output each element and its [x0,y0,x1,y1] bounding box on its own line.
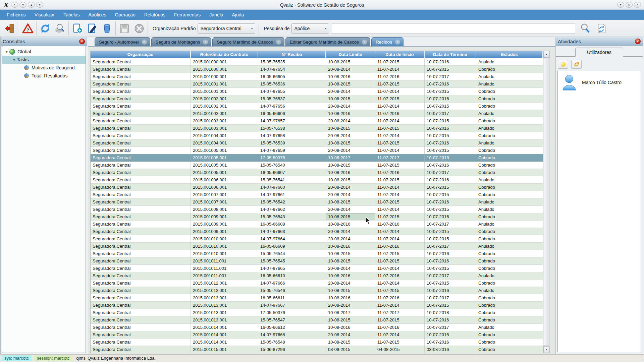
table-row[interactable]: Seguradora Central2015.001013.00116-05-6… [91,294,543,302]
table-row[interactable]: Seguradora Central2015.001002.00116-05-6… [91,110,543,117]
tab-seguro-maritimo-de-cascos[interactable]: Seguro Marítimo de Cascos× [212,37,284,46]
exit-button[interactable] [3,21,18,36]
search-button[interactable] [578,21,593,36]
menu-item-operacao[interactable]: Operação [110,10,140,20]
table-row[interactable]: Seguradora Central2015.001005.00117-05-5… [91,154,543,162]
table-row[interactable]: Seguradora Central2015.001010.00114-07-9… [91,235,543,243]
keep-above-button[interactable]: ▴ [28,2,35,8]
scroll-up-arrow[interactable]: ▴ [543,51,550,58]
table-row[interactable]: Seguradora Central2015.001006.00114-07-9… [91,184,543,191]
table-row[interactable]: Seguradora Central2015.001014.00114-07-9… [91,331,543,339]
menu-item-ajuda[interactable]: Ajuda [228,10,249,20]
table-row[interactable]: Seguradora Central2015.001012.00115-05-7… [91,287,543,294]
tab-seguro-automovel[interactable]: Seguro - Automóvel× [95,37,150,46]
scroll-down-arrow[interactable]: ▾ [543,346,550,353]
table-row[interactable]: Seguradora Central2015.001012.00114-07-9… [91,280,543,287]
table-row[interactable]: Seguradora Central2015.001004.00115-05-7… [91,139,543,147]
table-row[interactable]: Seguradora Central2015.001011.00116-05-6… [91,272,543,280]
table-row[interactable]: Seguradora Central2015.001002.00114-07-9… [91,103,543,110]
menu-item-tabelas[interactable]: Tabelas [59,10,84,20]
tab-editar-seguro-maritimo-de-cascos[interactable]: Editar Seguro Marítimo de Cascos× [285,37,370,46]
table-row[interactable]: Seguradora Central2015.001013.00114-07-9… [91,302,543,309]
consultas-close-button[interactable]: × [79,39,85,44]
table-row[interactable]: Seguradora Central2015.001011.00114-07-9… [91,265,543,272]
search-input[interactable] [332,23,575,34]
maximize-button[interactable]: ◇ [626,2,633,8]
column-header-n-recibo[interactable]: Nº Recibo [258,51,326,58]
menu-item-ferramentas[interactable]: Ferramentas [170,10,205,20]
table-row[interactable]: Seguradora Central2015.001006.00115-05-7… [91,176,543,184]
expander-icon[interactable]: ▾ [11,58,17,62]
cancel-button[interactable] [132,21,147,36]
close-button[interactable]: × [634,2,641,8]
tab-utilizadores[interactable]: Utilizadores [575,48,623,57]
column-header-estados[interactable]: Estados [476,51,543,58]
online-status-button[interactable] [558,60,568,69]
tab-close-icon[interactable]: × [203,40,208,45]
tree-item-total-resultados[interactable]: Total. Resultados [2,72,86,80]
tree-item-tasks[interactable]: ▾Tasks [2,56,86,64]
table-row[interactable]: Seguradora Central2015.001000.00116-05-6… [91,73,543,80]
user-list-item[interactable]: Marco Túlio Castro [560,74,638,91]
table-row[interactable]: Seguradora Central2015.001014.00115-05-7… [91,339,543,346]
column-header-data-limite[interactable]: Data Limite [326,51,375,58]
table-row[interactable]: Seguradora Central2015.001011.00115-05-7… [91,257,543,265]
expander-icon[interactable]: ▾ [4,50,9,54]
vertical-scrollbar[interactable]: ▴ ▾ [543,51,550,353]
table-row[interactable]: Seguradora Central2015.001014.00116-05-6… [91,324,543,331]
column-header-referencia-do-contrato[interactable]: Referência do Contrato [191,51,258,58]
tab-close-icon[interactable]: × [395,40,400,45]
menu-item-relatorios[interactable]: Relatórios [140,10,170,20]
keep-below-button[interactable]: ▾ [36,2,43,8]
delete-button[interactable] [100,21,114,36]
shade-button[interactable]: ▾ [19,2,26,8]
menu-item-ficheiros[interactable]: Ficheiros [2,10,30,20]
table-row[interactable]: Seguradora Central2015.001001.00114-07-9… [91,88,543,95]
table-row[interactable]: Seguradora Central2015.001003.00114-07-9… [91,117,543,125]
reset-search-button[interactable] [594,21,609,36]
refresh-button[interactable] [38,21,53,36]
table-row[interactable]: Seguradora Central2015.001003.00115-05-7… [91,125,543,132]
table-row[interactable]: Seguradora Central2015.001008.00114-07-9… [91,206,543,213]
tab-close-icon[interactable]: × [362,40,367,45]
edit-document-button[interactable] [85,21,100,36]
table-row[interactable]: Seguradora Central2015.001000.00115-05-7… [91,58,543,66]
tab-close-icon[interactable]: × [276,40,281,45]
table-row[interactable]: Seguradora Central2015.001005.00114-07-9… [91,147,543,154]
menu-item-visualizar[interactable]: Visualizar [30,10,59,20]
table-row[interactable]: Seguradora Central2015.001015.00115-06-8… [91,346,543,353]
table-row[interactable]: Seguradora Central2015.001000.00114-07-9… [91,66,543,73]
org-padrao-dropdown[interactable]: Seguradora Central ▾ [198,23,255,34]
table-row[interactable]: Seguradora Central2015.001009.00116-05-6… [91,221,543,228]
column-header-data-de-termino[interactable]: Data de Término [425,51,476,58]
table-row[interactable]: Seguradora Central2015.001010.00116-05-6… [91,243,543,250]
table-row[interactable]: Seguradora Central2015.001010.00115-05-7… [91,250,543,257]
table-row[interactable]: Seguradora Central2015.001002.00115-05-7… [91,95,543,103]
table-row[interactable]: Seguradora Central2015.001007.00115-05-7… [91,198,543,206]
tab-seguro-de-montagens[interactable]: Seguro de Montagens× [151,37,212,46]
column-header-organizacao[interactable]: Organização [91,51,191,58]
column-header-data-de-inicio[interactable]: Data de Início [375,51,425,58]
tab-close-icon[interactable]: × [142,40,147,45]
table-row[interactable]: Seguradora Central2015.001013.00117-05-5… [91,309,543,316]
pin-button[interactable]: • [11,2,18,8]
menu-item-janela[interactable]: Janela [205,10,227,20]
table-row[interactable]: Seguradora Central2015.001007.00114-07-9… [91,191,543,198]
scrollbar-thumb[interactable] [544,58,549,346]
table-row[interactable]: Seguradora Central2015.001009.00115-05-7… [91,213,543,221]
atividades-close-button[interactable]: × [635,39,641,44]
save-button[interactable] [117,21,132,36]
table-row[interactable]: Seguradora Central2015.001004.00114-07-9… [91,132,543,139]
minimize-button[interactable]: ▾ [617,2,624,8]
table-row[interactable]: Seguradora Central2015.001001.00115-05-7… [91,80,543,88]
tree-item-global[interactable]: ▾Global [2,48,86,56]
warning-button[interactable]: ? [20,21,35,36]
refresh-users-button[interactable] [571,60,582,69]
search-database-button[interactable] [53,21,67,36]
tree-item-motivos-de-reagend[interactable]: Motivos de Reagend. [2,64,86,72]
tab-recibos[interactable]: Recibos× [371,37,404,46]
menu-item-apolices[interactable]: Apólices [84,10,111,20]
new-document-button[interactable] [70,21,85,36]
table-row[interactable]: Seguradora Central2015.001009.00114-07-9… [91,228,543,235]
pesquisa-de-dropdown[interactable]: Apólice ▾ [291,23,329,34]
